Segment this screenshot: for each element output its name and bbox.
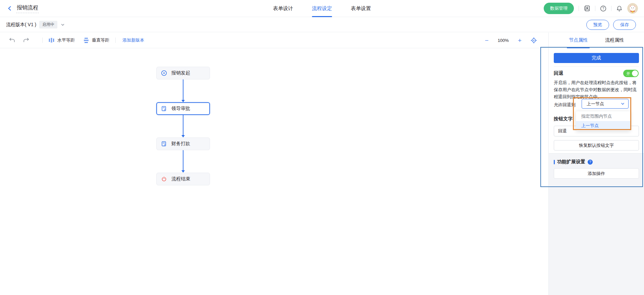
locate-icon xyxy=(531,37,537,44)
flow-node-leader-approval[interactable]: 领导审批 xyxy=(156,102,210,115)
chevron-left-icon xyxy=(7,5,13,11)
section-accent-bar xyxy=(554,160,555,164)
top-header: 报销流程 表单设计 流程设定 表单设置 数据管理 ? xyxy=(0,0,644,17)
add-version-link[interactable]: 添加新版本 xyxy=(122,37,144,43)
distribute-horizontal-button[interactable]: 水平等距 xyxy=(49,37,75,43)
page-title[interactable]: 报销流程 xyxy=(16,4,39,13)
rollback-target-dropdown-menu: 指定范围内节点 上一节点 xyxy=(576,111,630,131)
canvas-toolbar: 水平等距 垂直等距 添加新版本 − 100% + xyxy=(0,33,548,48)
toggle-knob xyxy=(632,70,638,76)
flow-node-start[interactable]: 报销发起 xyxy=(156,67,210,79)
divider xyxy=(42,38,43,43)
flow-canvas[interactable]: 报销发起 领导审批 财务打款 流程结束 xyxy=(0,49,548,295)
app-window: 报销流程 表单设计 流程设定 表单设置 数据管理 ? xyxy=(0,0,644,295)
properties-panel: 节点属性 流程属性 完成 回退 开 开启后，用户在处理流程时点击此按钮，将保存用… xyxy=(548,33,644,295)
header-right: 数据管理 ? xyxy=(544,3,644,14)
redo-icon xyxy=(23,38,30,43)
divider xyxy=(554,66,639,67)
divider xyxy=(595,6,595,11)
avatar[interactable] xyxy=(627,3,638,14)
locate-button[interactable] xyxy=(531,37,537,44)
help-icon[interactable]: ? xyxy=(588,160,593,165)
chevron-down-icon xyxy=(621,102,625,106)
add-action-button[interactable]: 添加操作 xyxy=(554,168,639,179)
help-icon: ? xyxy=(600,5,606,12)
back-button[interactable] xyxy=(7,5,13,11)
flow-node-label: 财务打款 xyxy=(171,141,190,147)
restore-default-button[interactable]: 恢复默认按钮文字 xyxy=(554,140,639,151)
power-icon xyxy=(161,176,167,182)
flow-arrow xyxy=(183,150,183,170)
save-button[interactable]: 保存 xyxy=(613,20,636,30)
panel-tab-flow-properties[interactable]: 流程属性 xyxy=(605,33,624,48)
button-text-label: 按钮文字 xyxy=(554,116,573,122)
done-button[interactable]: 完成 xyxy=(554,53,639,63)
node-properties-form: 完成 回退 开 开启后，用户在处理流程时点击此按钮，将保存用户在此节点中对数据的… xyxy=(549,48,644,295)
divider xyxy=(579,6,579,11)
bell-icon xyxy=(616,5,623,12)
undo-button[interactable] xyxy=(9,38,15,43)
preview-button[interactable]: 预览 xyxy=(586,20,609,30)
lucky-cat-avatar-image xyxy=(627,3,638,14)
flow-node-end[interactable]: 流程结束 xyxy=(156,173,210,185)
zoom-level: 100% xyxy=(498,38,509,43)
distribute-horizontal-icon xyxy=(49,38,54,43)
distribute-horizontal-label: 水平等距 xyxy=(57,37,75,43)
rollback-target-select[interactable]: 上一节点 xyxy=(582,99,629,109)
divider xyxy=(115,38,116,43)
notifications-button[interactable] xyxy=(616,5,623,12)
extension-settings-title: 功能扩展设置 xyxy=(557,159,585,165)
zoom-in-button[interactable]: + xyxy=(518,37,522,44)
version-actions: 预览 保存 xyxy=(586,20,644,30)
distribute-vertical-label: 垂直等距 xyxy=(92,37,109,43)
rollback-section-title: 回退 xyxy=(554,70,563,76)
version-dropdown-button[interactable] xyxy=(60,22,65,27)
version-info: 流程版本( V1 ) 启用中 xyxy=(0,21,65,28)
panel-tabs: 节点属性 流程属性 xyxy=(549,33,644,48)
select-value: 上一节点 xyxy=(587,101,604,107)
flow-node-label: 领导审批 xyxy=(171,106,190,112)
flow-arrow xyxy=(183,115,183,135)
main-tabs: 表单设计 流程设定 表单设置 xyxy=(273,0,371,17)
workspace: 水平等距 垂直等距 添加新版本 − 100% + 报销发起 xyxy=(0,33,644,295)
play-icon xyxy=(161,70,167,76)
flow-arrow xyxy=(183,79,183,100)
version-bar: 流程版本( V1 ) 启用中 预览 保存 xyxy=(0,17,644,32)
version-label: 流程版本( V1 ) xyxy=(6,22,36,28)
help-button[interactable]: ? xyxy=(600,5,606,12)
toggle-on-label: 开 xyxy=(626,71,630,77)
rollback-description: 开启后，用户在处理流程时点击此按钮，将保存用户在此节点中对数据的更改，同时流程退… xyxy=(554,79,640,100)
approval-icon xyxy=(161,106,167,112)
status-badge: 启用中 xyxy=(39,21,57,28)
header-left: 报销流程 xyxy=(0,4,39,13)
distribute-vertical-icon xyxy=(84,38,89,43)
flow-node-finance-payment[interactable]: 财务打款 xyxy=(156,137,210,150)
allow-rollback-label: 允许回退到 xyxy=(554,102,576,108)
data-manage-button[interactable]: 数据管理 xyxy=(544,3,574,14)
panel-tab-node-properties[interactable]: 节点属性 xyxy=(569,33,588,48)
chevron-down-icon xyxy=(60,22,65,27)
extension-settings-header: 功能扩展设置 ? xyxy=(554,159,593,165)
address-book-icon xyxy=(584,5,590,12)
zoom-controls: − 100% + xyxy=(485,37,548,44)
zoom-out-button[interactable]: − xyxy=(485,37,489,44)
approval-icon xyxy=(161,141,167,147)
divider xyxy=(611,6,611,11)
flow-node-label: 流程结束 xyxy=(171,176,190,182)
redo-button[interactable] xyxy=(23,38,30,43)
tab-form-design[interactable]: 表单设计 xyxy=(273,0,293,17)
tab-flow-settings[interactable]: 流程设定 xyxy=(312,0,332,17)
address-book-button[interactable] xyxy=(584,5,590,12)
svg-text:?: ? xyxy=(602,7,604,10)
dropdown-option-range-nodes[interactable]: 指定范围内节点 xyxy=(576,112,630,121)
tab-form-config[interactable]: 表单设置 xyxy=(351,0,371,17)
flow-node-label: 报销发起 xyxy=(171,70,190,76)
undo-icon xyxy=(9,38,15,43)
dropdown-option-previous-node[interactable]: 上一节点 xyxy=(576,121,630,130)
distribute-vertical-button[interactable]: 垂直等距 xyxy=(84,37,109,43)
rollback-toggle[interactable]: 开 xyxy=(623,70,639,77)
